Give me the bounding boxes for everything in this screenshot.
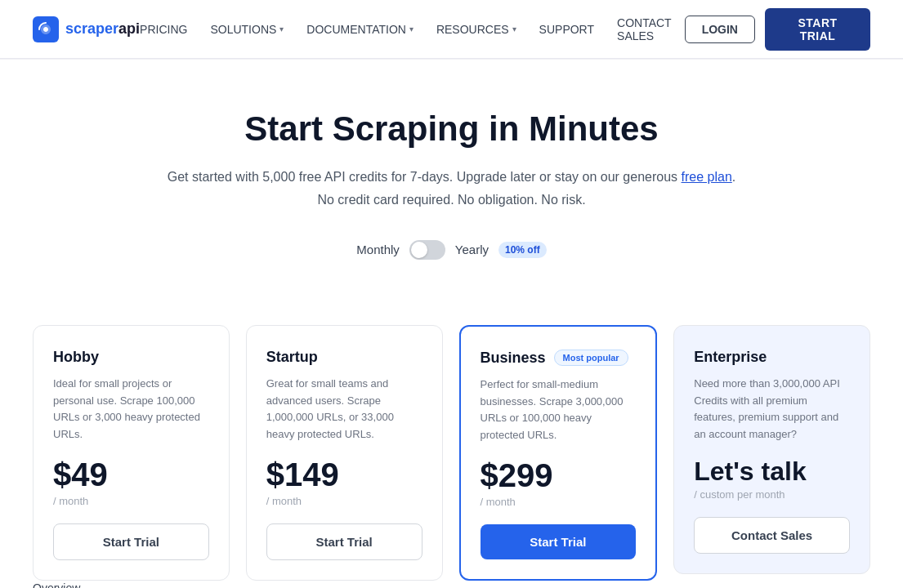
nav-solutions[interactable]: SOLUTIONS ▾ — [210, 23, 284, 36]
chevron-down-icon: ▾ — [409, 24, 414, 33]
yearly-label: Yearly — [455, 243, 489, 256]
plan-card-startup: Startup Great for small teams and advanc… — [246, 325, 443, 581]
plan-price-startup: $149 — [266, 457, 422, 493]
start-trial-hobby-button[interactable]: Start Trial — [53, 523, 209, 560]
card-title-row: Enterprise — [694, 349, 850, 366]
overview-row: Overview — [33, 581, 870, 588]
toggle-knob — [411, 242, 427, 258]
most-popular-badge: Most popular — [554, 350, 628, 366]
billing-toggle[interactable] — [409, 240, 445, 260]
chevron-down-icon: ▾ — [279, 24, 284, 33]
navigation: scraperapi PRICING SOLUTIONS ▾ DOCUMENTA… — [0, 0, 903, 59]
nav-resources[interactable]: RESOURCES ▾ — [436, 23, 516, 36]
plan-period-enterprise: / custom per month — [694, 488, 850, 501]
hero-subtitle: Get started with 5,000 free API credits … — [16, 166, 887, 210]
pricing-cards-row: Hobby Ideal for small projects or person… — [33, 325, 870, 581]
plan-period-business: / month — [481, 496, 637, 508]
hero-section: Start Scraping in Minutes Get started wi… — [0, 60, 903, 309]
free-plan-link[interactable]: free plan — [682, 170, 732, 184]
logo-icon — [33, 16, 59, 42]
card-title-row: Startup — [266, 349, 422, 366]
nav-links: PRICING SOLUTIONS ▾ DOCUMENTATION ▾ RESO… — [140, 16, 685, 42]
plan-title-startup: Startup — [266, 349, 318, 366]
logo-text: scraperapi — [65, 20, 140, 38]
nav-documentation[interactable]: DOCUMENTATION ▾ — [306, 23, 414, 36]
logo[interactable]: scraperapi — [33, 16, 140, 42]
billing-toggle-row: Monthly Yearly 10% off — [16, 240, 887, 260]
start-trial-startup-button[interactable]: Start Trial — [266, 523, 422, 560]
hero-title: Start Scraping in Minutes — [16, 109, 887, 149]
card-title-row: Hobby — [53, 349, 209, 366]
plan-title-enterprise: Enterprise — [694, 349, 767, 366]
plan-desc-startup: Great for small teams and advanced users… — [266, 376, 422, 443]
plan-desc-enterprise: Need more than 3,000,000 API Credits wit… — [694, 376, 850, 443]
plan-price-enterprise: Let's talk — [694, 457, 850, 487]
nav-support[interactable]: SUPPORT — [539, 23, 594, 36]
plan-desc-business: Perfect for small-medium businesses. Scr… — [481, 376, 637, 444]
plan-card-hobby: Hobby Ideal for small projects or person… — [33, 325, 230, 581]
nav-actions: LOGIN START TRIAL — [685, 8, 870, 51]
plan-title-hobby: Hobby — [53, 349, 99, 366]
discount-badge: 10% off — [498, 242, 547, 258]
overview-label: Overview — [33, 581, 80, 588]
start-trial-business-button[interactable]: Start Trial — [481, 524, 637, 559]
plan-card-business: Business Most popular Perfect for small-… — [459, 325, 658, 581]
monthly-label: Monthly — [356, 243, 400, 256]
plan-title-business: Business — [481, 350, 546, 367]
chevron-down-icon: ▾ — [512, 24, 516, 33]
card-title-row: Business Most popular — [481, 350, 637, 367]
plan-period-startup: / month — [266, 495, 422, 507]
pricing-section: Hobby Ideal for small projects or person… — [0, 309, 903, 588]
contact-sales-enterprise-button[interactable]: Contact Sales — [694, 517, 850, 554]
plan-price-hobby: $49 — [53, 457, 209, 493]
nav-pricing[interactable]: PRICING — [140, 23, 187, 36]
plan-desc-hobby: Ideal for small projects or personal use… — [53, 376, 209, 443]
login-button[interactable]: LOGIN — [685, 16, 755, 43]
nav-start-trial-button[interactable]: START TRIAL — [765, 8, 870, 51]
plan-period-hobby: / month — [53, 495, 209, 507]
plan-card-enterprise: Enterprise Need more than 3,000,000 API … — [673, 325, 870, 574]
nav-contact-sales[interactable]: CONTACT SALES — [617, 16, 685, 42]
plan-price-business: $299 — [481, 457, 637, 494]
